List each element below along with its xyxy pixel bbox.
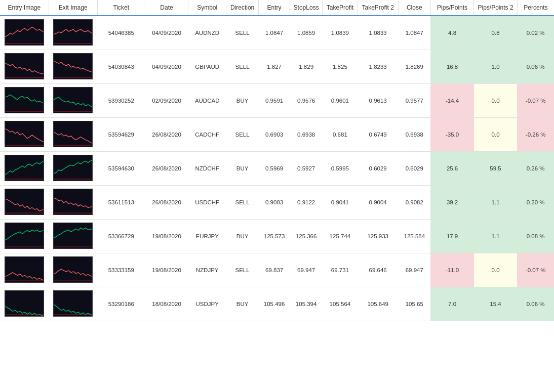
entry-cell: 0.9083	[259, 186, 290, 220]
entry-image-cell[interactable]	[0, 84, 49, 118]
direction-cell: SELL	[226, 118, 259, 152]
entry-image-cell[interactable]	[0, 287, 49, 321]
date-cell: 04/09/2020	[145, 50, 188, 84]
exit-image-cell[interactable]	[49, 220, 97, 253]
header-entry: Entry	[259, 0, 290, 16]
header-symbol: Symbol	[188, 0, 226, 16]
stoploss-cell: 69.947	[290, 253, 323, 287]
table-row: 53290186 18/08/2020 USDJPY BUY 105.496 1…	[0, 287, 554, 321]
ticket-cell: 53611513	[97, 186, 145, 220]
entry-image-cell[interactable]	[0, 220, 49, 253]
svg-rect-8	[6, 88, 44, 113]
header-stoploss: StopLoss	[290, 0, 323, 16]
close-cell: 0.6029	[398, 152, 430, 186]
close-cell: 69.947	[398, 253, 430, 287]
percent-cell: -0.07 %	[517, 253, 554, 287]
entry-cell: 0.5969	[259, 152, 290, 186]
header-date: Date	[145, 0, 188, 16]
direction-cell: BUY	[226, 84, 259, 118]
exit-image-cell[interactable]	[49, 16, 97, 50]
entry-image-cell[interactable]	[0, 253, 49, 287]
entry-cell: 0.6903	[259, 118, 290, 152]
pips-points-cell: 7.0	[430, 287, 473, 321]
percent-cell: 0.06 %	[517, 287, 554, 321]
symbol-cell: CADCHF	[188, 118, 226, 152]
pips-points-cell: -11.0	[430, 253, 473, 287]
pips-points2-cell: 1.0	[474, 50, 517, 84]
table-row: 53930252 02/09/2020 AUDCAD BUY 0.9591 0.…	[0, 84, 554, 118]
exit-image-cell[interactable]	[49, 186, 97, 220]
percent-cell: -0.07 %	[517, 84, 554, 118]
symbol-cell: AUDNZD	[188, 16, 226, 50]
takeprofit2-cell: 0.6749	[358, 118, 398, 152]
exit-image-cell[interactable]	[49, 84, 97, 118]
symbol-cell: NZDCHF	[188, 152, 226, 186]
entry-cell: 0.9591	[259, 84, 290, 118]
date-cell: 26/08/2020	[145, 118, 188, 152]
takeprofit2-cell: 0.9004	[358, 186, 398, 220]
pips-points2-cell: 15.4	[474, 287, 517, 321]
svg-rect-16	[6, 155, 44, 181]
entry-cell: 105.496	[259, 287, 290, 321]
exit-image-cell[interactable]	[49, 50, 97, 84]
exit-image-cell[interactable]	[49, 152, 97, 186]
header-exit-image: Exit Image	[49, 0, 97, 16]
svg-rect-14	[54, 121, 92, 147]
entry-cell: 125.573	[259, 220, 290, 253]
pips-points2-cell: 1.1	[474, 186, 517, 220]
svg-rect-18	[54, 155, 92, 181]
pips-points-cell: 17.9	[430, 220, 473, 253]
exit-image-cell[interactable]	[49, 118, 97, 152]
takeprofit-cell: 0.5995	[323, 152, 358, 186]
symbol-cell: USDJPY	[188, 287, 226, 321]
stoploss-cell: 0.5927	[290, 152, 323, 186]
entry-image-cell[interactable]	[0, 16, 49, 50]
pips-points2-cell: 59.5	[474, 152, 517, 186]
stoploss-cell: 1.0859	[290, 16, 323, 50]
date-cell: 19/08/2020	[145, 220, 188, 253]
close-cell: 125.584	[398, 220, 430, 253]
exit-image-cell[interactable]	[49, 287, 97, 321]
pips-points2-cell: 0.8	[474, 16, 517, 50]
close-cell: 105.65	[398, 287, 430, 321]
takeprofit2-cell: 125.933	[358, 220, 398, 253]
entry-image-cell[interactable]	[0, 50, 49, 84]
symbol-cell: AUDCAD	[188, 84, 226, 118]
header-pips-points2: Pips/Points 2	[474, 0, 517, 16]
ticket-cell: 53333159	[97, 253, 145, 287]
ticket-cell: 53930252	[97, 84, 145, 118]
entry-image-cell[interactable]	[0, 152, 49, 186]
takeprofit2-cell: 69.646	[358, 253, 398, 287]
table-row: 53611513 26/08/2020 USDCHF SELL 0.9083 0…	[0, 186, 554, 220]
date-cell: 26/08/2020	[145, 186, 188, 220]
header-direction: Direction	[226, 0, 259, 16]
takeprofit-cell: 69.731	[323, 253, 358, 287]
date-cell: 18/08/2020	[145, 287, 188, 321]
exit-image-cell[interactable]	[49, 253, 97, 287]
takeprofit-cell: 1.0839	[323, 16, 358, 50]
direction-cell: BUY	[226, 220, 259, 253]
takeprofit-cell: 125.744	[323, 220, 358, 253]
percent-cell: 0.02 %	[517, 16, 554, 50]
close-cell: 1.8269	[398, 50, 430, 84]
entry-image-cell[interactable]	[0, 186, 49, 220]
pips-points-cell: 4.8	[430, 16, 473, 50]
stoploss-cell: 125.366	[290, 220, 323, 253]
header-takeprofit: TakeProfit	[323, 0, 358, 16]
entry-image-cell[interactable]	[0, 118, 49, 152]
date-cell: 26/08/2020	[145, 152, 188, 186]
direction-cell: SELL	[226, 253, 259, 287]
takeprofit-cell: 0.9601	[323, 84, 358, 118]
pips-points-cell: 25.6	[430, 152, 473, 186]
direction-cell: BUY	[226, 152, 259, 186]
table-row: 53333159 19/08/2020 NZDJPY SELL 69.837 6…	[0, 253, 554, 287]
pips-points-cell: 39.2	[430, 186, 473, 220]
header-pips-points: Pips/Points	[430, 0, 473, 16]
table-row: 54046385 04/09/2020 AUDNZD SELL 1.0847 1…	[0, 16, 554, 50]
close-cell: 0.9577	[398, 84, 430, 118]
symbol-cell: GBPAUD	[188, 50, 226, 84]
svg-rect-24	[6, 223, 44, 248]
entry-cell: 69.837	[259, 253, 290, 287]
close-cell: 1.0847	[398, 16, 430, 50]
direction-cell: SELL	[226, 186, 259, 220]
